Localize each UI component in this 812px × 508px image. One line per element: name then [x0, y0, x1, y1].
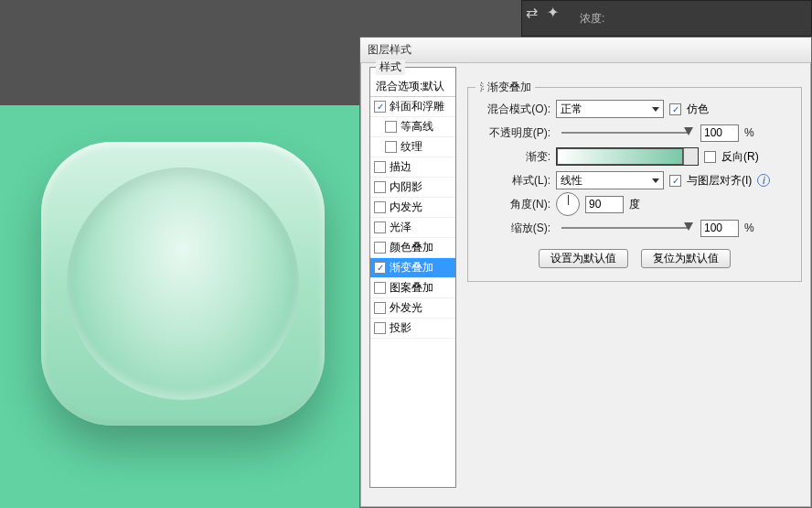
effect-checkbox[interactable]: [374, 242, 386, 254]
tool-icon-cluster: ⇄ ✦: [526, 4, 559, 21]
style-effect-row[interactable]: 内发光: [370, 198, 455, 218]
angle-label: 角度(N):: [479, 197, 550, 212]
gradient-overlay-group: 渐变叠加 渐变 混合模式(O): 正常 仿色 不透明度(P):: [467, 76, 802, 498]
blend-mode-select[interactable]: 正常: [556, 100, 664, 118]
chevron-down-icon: [652, 178, 659, 183]
effect-label: 内阴影: [390, 179, 422, 195]
effect-checkbox[interactable]: [374, 201, 386, 213]
style-label: 样式(L):: [479, 173, 550, 189]
info-icon[interactable]: i: [757, 174, 770, 187]
effect-checkbox[interactable]: [374, 161, 386, 173]
style-select[interactable]: 线性: [556, 171, 664, 189]
effect-checkbox[interactable]: [374, 101, 386, 113]
reverse-label: 反向(R): [721, 149, 759, 165]
dialog-titlebar[interactable]: 图层样式: [360, 38, 811, 63]
dither-label: 仿色: [687, 102, 709, 117]
tool-icon[interactable]: ⇄: [526, 4, 538, 21]
style-effect-row[interactable]: 纹理: [370, 137, 455, 157]
reset-default-button[interactable]: 复位为默认值: [641, 249, 731, 268]
tool-icon[interactable]: ✦: [547, 4, 559, 21]
blend-options-label: 混合选项:默认: [376, 79, 444, 94]
gradient-picker[interactable]: [556, 147, 699, 166]
gradient-dropdown-button[interactable]: [683, 148, 698, 165]
effect-label: 渐变叠加: [390, 260, 433, 276]
style-effect-row[interactable]: 等高线: [370, 117, 455, 137]
gradient-label: 渐变:: [479, 149, 550, 165]
pct-label: %: [744, 126, 754, 139]
effect-label: 图案叠加: [390, 280, 433, 296]
chevron-down-icon: [652, 107, 659, 112]
effect-label: 斜面和浮雕: [390, 99, 444, 114]
style-effect-row[interactable]: 颜色叠加: [370, 238, 455, 258]
effect-checkbox[interactable]: [374, 302, 386, 314]
effect-checkbox[interactable]: [374, 322, 386, 334]
align-checkbox[interactable]: [669, 175, 681, 187]
layer-style-dialog: 图层样式 样式 混合选项:默认 斜面和浮雕等高线纹理描边内阴影内发光光泽颜色叠加…: [359, 37, 812, 508]
blend-mode-value: 正常: [561, 102, 582, 117]
blend-options-row[interactable]: 混合选项:默认: [370, 77, 455, 97]
scale-input[interactable]: [700, 220, 739, 237]
styles-heading: 样式: [376, 59, 405, 75]
scale-label: 缩放(S):: [479, 221, 550, 236]
opacity-input[interactable]: [700, 124, 739, 142]
effect-label: 纹理: [401, 139, 422, 155]
canvas: [0, 105, 361, 508]
effect-checkbox[interactable]: [374, 282, 386, 294]
effect-label: 外发光: [390, 300, 422, 316]
effect-label: 颜色叠加: [390, 240, 433, 255]
style-effect-row[interactable]: 光泽: [370, 218, 455, 238]
angle-dial[interactable]: [556, 192, 580, 216]
app-options-bar: [521, 0, 812, 37]
styles-list-panel: 样式 混合选项:默认 斜面和浮雕等高线纹理描边内阴影内发光光泽颜色叠加渐变叠加图…: [369, 76, 456, 498]
effect-checkbox[interactable]: [385, 141, 397, 153]
style-effect-row[interactable]: 图案叠加: [370, 278, 455, 298]
effect-label: 内发光: [390, 200, 422, 215]
style-effect-row[interactable]: 投影: [370, 319, 455, 339]
icon-artwork: [41, 142, 325, 426]
opacity-label: 不透明度(P):: [479, 125, 550, 141]
style-effect-row[interactable]: 外发光: [370, 298, 455, 319]
group-title: 渐变叠加: [484, 80, 535, 95]
dialog-title: 图层样式: [368, 42, 411, 58]
set-default-button[interactable]: 设置为默认值: [539, 249, 628, 268]
angle-unit: 度: [629, 197, 640, 212]
density-label: 浓度:: [580, 11, 604, 27]
pct-label: %: [744, 222, 754, 234]
reverse-checkbox[interactable]: [704, 151, 716, 163]
gradient-preview: [557, 148, 683, 165]
dither-checkbox[interactable]: [669, 103, 681, 115]
opacity-slider[interactable]: [561, 125, 689, 140]
style-effect-row[interactable]: 渐变叠加: [370, 258, 455, 278]
effect-label: 投影: [390, 320, 411, 336]
effect-label: 光泽: [390, 220, 411, 235]
effect-checkbox[interactable]: [374, 181, 386, 193]
angle-input[interactable]: [585, 196, 624, 213]
blend-mode-label: 混合模式(O):: [479, 102, 550, 117]
effect-checkbox[interactable]: [374, 222, 386, 233]
effect-label: 等高线: [401, 119, 433, 135]
effect-checkbox[interactable]: [385, 121, 397, 133]
align-label: 与图层对齐(I): [687, 173, 752, 189]
style-effect-row[interactable]: 内阴影: [370, 178, 455, 198]
effect-checkbox[interactable]: [374, 262, 386, 274]
effect-label: 描边: [390, 159, 411, 175]
scale-slider[interactable]: [561, 221, 689, 235]
style-effect-row[interactable]: 描边: [370, 157, 455, 178]
style-effect-row[interactable]: 斜面和浮雕: [370, 97, 455, 117]
style-value: 线性: [561, 173, 582, 189]
